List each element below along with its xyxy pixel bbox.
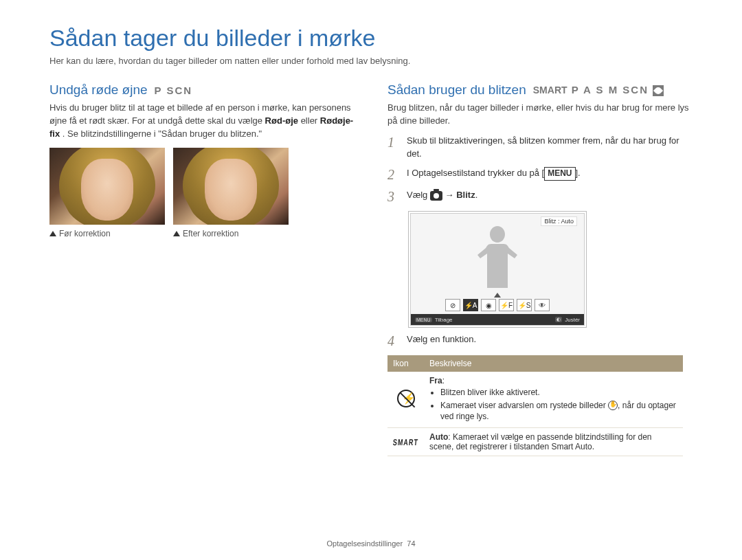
flash-options-table: Ikon Beskrivelse Fra: Blitzen bliver ikk… xyxy=(387,355,683,456)
footer-page-number: 74 xyxy=(407,539,415,548)
step-1: 1 Skub til blitzaktiveringen, så blitzen… xyxy=(387,135,693,161)
left-paragraph: Hvis du bruger blitz til at tage et bill… xyxy=(49,102,355,141)
redeye-option-1: Rød-øje xyxy=(265,115,298,126)
flash-off-small-icon: ⊘ xyxy=(445,299,460,311)
camera-icon xyxy=(430,191,442,201)
sample-photo-before xyxy=(49,148,165,225)
adjust-chip-icon: ◐ xyxy=(555,317,562,322)
left-para-mid: eller xyxy=(301,115,320,126)
left-heading-text: Undgå røde øjne xyxy=(49,82,148,98)
adjust-label: Justér xyxy=(565,317,580,323)
left-column: Undgå røde øjne P SCN Hvis du bruger bli… xyxy=(49,82,355,456)
flash-mode-icons-row: ⊘ ⚡A ◉ ⚡F ⚡S 👁 xyxy=(445,299,550,311)
step-number: 4 xyxy=(387,333,400,348)
sample-photo-after xyxy=(173,148,289,225)
up-arrow-icon xyxy=(494,293,501,298)
screen-bottom-bar: MENUTilbage ◐Justér xyxy=(411,314,584,325)
row-title: Fra xyxy=(429,376,442,385)
shake-warning-icon xyxy=(608,401,618,410)
right-heading-text: Sådan bruger du blitzen xyxy=(387,82,526,98)
back-label: Tilbage xyxy=(435,317,453,323)
left-heading: Undgå røde øjne P SCN xyxy=(49,82,355,98)
row-desc: Auto: Kameraet vil vælge en passende bli… xyxy=(424,427,683,456)
left-modes: P SCN xyxy=(155,85,193,96)
page-footer: Optagelsesindstillinger 74 xyxy=(0,539,742,548)
camera-screen-preview: Blitz : Auto ⊘ ⚡A ◉ ⚡F ⚡S 👁 MENUTilbage … xyxy=(408,211,587,328)
row-bullet: Kameraet viser advarslen om rystede bill… xyxy=(440,400,677,422)
footer-section: Optagelsesindstillinger xyxy=(326,539,403,548)
redeye-small-icon: ◉ xyxy=(481,299,496,311)
page-title: Sådan tager du billeder i mørke xyxy=(49,25,693,52)
caption-before-text: Før korrektion xyxy=(59,229,111,238)
flash-slow-small-icon: ⚡S xyxy=(517,299,532,311)
screen-flash-label: Blitz : Auto xyxy=(541,216,577,226)
step-number: 2 xyxy=(387,167,400,182)
row-bullet: Blitzen bliver ikke aktiveret. xyxy=(440,387,677,398)
caption-after: Efter korrektion xyxy=(173,229,289,238)
step-1-text: Skub til blitzaktiveringen, så blitzen k… xyxy=(407,135,693,161)
right-heading: Sådan bruger du blitzen SMART P A S M SC… xyxy=(387,82,693,98)
scene-badge-icon xyxy=(653,85,664,96)
triangle-up-icon xyxy=(173,231,180,236)
table-row: Fra: Blitzen bliver ikke aktiveret. Kame… xyxy=(387,372,683,427)
flash-auto-small-icon: ⚡A xyxy=(463,299,478,311)
th-desc: Beskrivelse xyxy=(424,355,683,372)
right-column: Sådan bruger du blitzen SMART P A S M SC… xyxy=(387,82,693,456)
right-intro: Brug blitzen, når du tager billeder i mø… xyxy=(387,102,693,128)
step-number: 1 xyxy=(387,135,400,150)
person-silhouette-icon xyxy=(470,222,525,291)
step-2: 2 I Optagelsestilstand trykker du på [ME… xyxy=(387,167,693,182)
caption-before: Før korrektion xyxy=(49,229,165,238)
step-number: 3 xyxy=(387,189,400,204)
flash-fill-small-icon: ⚡F xyxy=(499,299,514,311)
menu-chip: MENU xyxy=(415,317,432,322)
table-row: SMART Auto: Kameraet vil vælge en passen… xyxy=(387,427,683,456)
flash-off-icon xyxy=(397,390,415,407)
right-modes: SMART P A S M SCN xyxy=(533,84,664,96)
menu-button-label: MENU xyxy=(544,167,575,180)
step-2-text: I Optagelsestilstand trykker du på [MENU… xyxy=(407,167,581,180)
left-para-c: . Se blitzindstillingerne i "Sådan bruge… xyxy=(63,128,262,139)
step-3: 3 Vælg → Blitz. xyxy=(387,189,693,204)
step-4: 4 Vælg en funktion. xyxy=(387,333,693,348)
page-subtitle: Her kan du lære, hvordan du tager billed… xyxy=(49,56,693,66)
caption-after-text: Efter korrektion xyxy=(183,229,238,238)
th-icon: Ikon xyxy=(387,355,424,372)
redeye-fix-small-icon: 👁 xyxy=(535,299,550,311)
step-3-text: Vælg → Blitz. xyxy=(407,189,477,202)
triangle-up-icon xyxy=(49,231,56,236)
smart-auto-icon: SMART xyxy=(392,438,418,447)
step-4-text: Vælg en funktion. xyxy=(407,333,476,346)
